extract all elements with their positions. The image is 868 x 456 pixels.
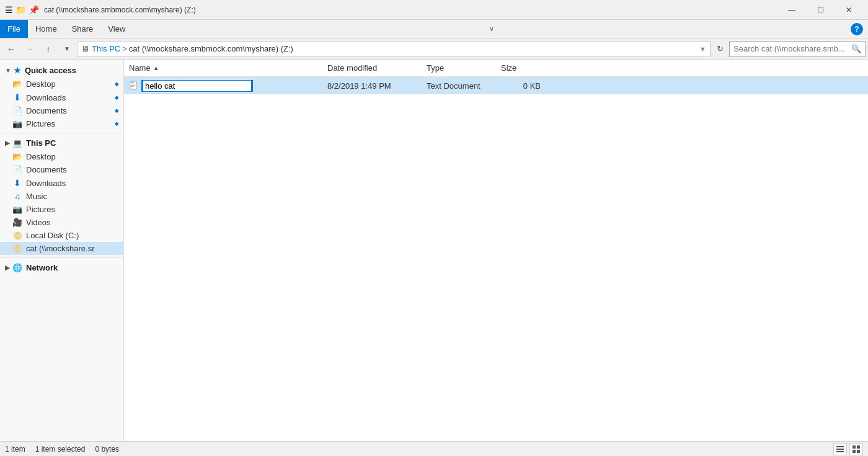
help-button[interactable]: ? <box>851 23 863 35</box>
column-name-label: Name <box>129 63 151 73</box>
expand-icon: ▼ <box>5 67 11 74</box>
svg-rect-6 <box>836 449 844 450</box>
text-file-icon <box>129 81 139 91</box>
restore-button[interactable]: ☐ <box>806 0 835 20</box>
music-icon-pc: ♫ <box>12 192 22 201</box>
column-type[interactable]: Type <box>427 63 501 73</box>
svg-rect-2 <box>131 84 135 84</box>
selected-size: 0 bytes <box>95 445 119 454</box>
file-name-cell <box>129 80 327 92</box>
sidebar-item-label: Desktop <box>26 79 56 89</box>
sidebar: ▼ ★ Quick access 📂 Desktop ■ ⬇ Downloads… <box>0 60 124 441</box>
search-input[interactable] <box>733 44 851 53</box>
sidebar-item-label: Local Disk (C:) <box>26 231 79 240</box>
svg-rect-7 <box>836 451 844 452</box>
recent-locations-button[interactable]: ▼ <box>58 40 76 58</box>
pictures-icon-pc: 📷 <box>12 205 22 214</box>
pin-icon-documents: ■ <box>113 107 120 114</box>
expand-icon-network: ▶ <box>5 264 10 271</box>
back-button[interactable]: ← <box>2 40 20 58</box>
sidebar-item-label: Desktop <box>26 152 56 161</box>
documents-icon-pc: 📄 <box>12 165 22 174</box>
sidebar-item-downloads-quick[interactable]: ⬇ Downloads ■ <box>0 91 123 104</box>
pin-icon-title: 📌 <box>29 5 39 15</box>
sidebar-item-pictures-pc[interactable]: 📷 Pictures <box>0 203 123 216</box>
sidebar-item-cat-share[interactable]: 📀 cat (\\mockshare.sr <box>0 242 123 255</box>
svg-rect-9 <box>857 445 860 449</box>
expand-icon-thispc: ▶ <box>5 140 10 146</box>
documents-icon-quick: 📄 <box>12 106 22 115</box>
sidebar-quick-access-header[interactable]: ▼ ★ Quick access <box>0 63 123 78</box>
file-type-cell: Text Document <box>427 81 501 91</box>
column-date[interactable]: Date modified <box>327 63 427 73</box>
breadcrumb-part-share[interactable]: cat (\\mockshare.smbmock.com\myshare) (Z… <box>129 44 293 53</box>
column-name[interactable]: Name ▲ <box>129 63 327 73</box>
sidebar-item-documents-pc[interactable]: 📄 Documents <box>0 163 123 176</box>
breadcrumb-part-thispc[interactable]: This PC <box>92 44 120 53</box>
up-button[interactable]: ↑ <box>40 40 57 58</box>
sidebar-this-pc-header[interactable]: ▶ 💻 This PC <box>0 136 123 150</box>
column-date-label: Date modified <box>327 63 377 73</box>
sidebar-item-label: Music <box>26 192 47 201</box>
close-button[interactable]: ✕ <box>835 0 863 20</box>
rename-input[interactable] <box>143 80 252 92</box>
sidebar-item-label: cat (\\mockshare.sr <box>26 244 95 253</box>
sidebar-item-downloads-pc[interactable]: ⬇ Downloads <box>0 176 123 190</box>
titlebar-icon-group: ☰ 📁 📌 <box>5 5 39 15</box>
view-tiles-button[interactable] <box>849 443 863 455</box>
search-icon[interactable]: 🔍 <box>851 44 861 53</box>
folder-icon-title: 📁 <box>16 5 26 15</box>
menu-view[interactable]: View <box>100 20 133 38</box>
column-type-label: Type <box>427 63 444 73</box>
sidebar-item-documents-quick[interactable]: 📄 Documents ■ <box>0 104 123 117</box>
sort-arrow-name: ▲ <box>153 65 159 71</box>
sidebar-item-desktop-quick[interactable]: 📂 Desktop ■ <box>0 78 123 91</box>
details-view-icon <box>836 445 844 454</box>
breadcrumb-part-icon: 🖥 <box>81 44 89 53</box>
sidebar-item-desktop-pc[interactable]: 📂 Desktop <box>0 150 123 163</box>
filelist-header: Name ▲ Date modified Type Size <box>124 60 868 77</box>
svg-rect-3 <box>131 85 135 86</box>
sidebar-item-label: Pictures <box>26 205 55 214</box>
column-size[interactable]: Size <box>501 63 551 73</box>
forward-button[interactable]: → <box>21 40 38 58</box>
svg-rect-4 <box>131 86 133 87</box>
this-pc-label: This PC <box>26 138 56 148</box>
sidebar-divider-1 <box>0 133 123 133</box>
sidebar-item-music-pc[interactable]: ♫ Music <box>0 190 123 203</box>
sidebar-item-label: Videos <box>26 218 51 227</box>
sidebar-item-pictures-quick[interactable]: 📷 Pictures ■ <box>0 117 123 130</box>
sidebar-network-header[interactable]: ▶ 🌐 Network <box>0 261 123 275</box>
desktop-folder-icon: 📂 <box>12 79 22 89</box>
downloads-icon-pc: ⬇ <box>12 178 22 188</box>
item-count: 1 item <box>5 445 25 454</box>
downloads-icon-quick: ⬇ <box>12 92 22 102</box>
menu-chevron[interactable]: ∨ <box>484 25 499 33</box>
search-box: 🔍 <box>729 41 866 57</box>
sidebar-item-label: Downloads <box>26 179 66 188</box>
sidebar-item-label: Documents <box>26 165 67 174</box>
pin-icon-pictures: ■ <box>113 120 120 127</box>
window-title: cat (\\mockshare.smbmock.com\myshare) (Z… <box>44 6 777 14</box>
menubar: File Home Share View ∨ ? <box>0 20 868 38</box>
refresh-button[interactable]: ↻ <box>712 41 728 57</box>
quick-access-star-icon: ★ <box>14 66 21 75</box>
breadcrumb-dropdown-icon[interactable]: ▼ <box>699 45 706 53</box>
sidebar-item-localdisk-pc[interactable]: 📀 Local Disk (C:) <box>0 229 123 242</box>
menu-home[interactable]: Home <box>28 20 64 38</box>
minimize-button[interactable]: — <box>777 0 806 20</box>
menu-file[interactable]: File <box>0 20 28 38</box>
breadcrumb-sep: > <box>122 44 127 53</box>
file-date-cell: 8/2/2019 1:49 PM <box>327 81 427 91</box>
addressbar: ← → ↑ ▼ 🖥 This PC > cat (\\mockshare.smb… <box>0 38 868 60</box>
file-row-hellocat[interactable]: 8/2/2019 1:49 PM Text Document 0 KB <box>124 77 868 94</box>
svg-rect-8 <box>852 445 856 449</box>
sidebar-item-videos-pc[interactable]: 🎥 Videos <box>0 216 123 229</box>
view-details-button[interactable] <box>833 443 847 455</box>
address-breadcrumb[interactable]: 🖥 This PC > cat (\\mockshare.smbmock.com… <box>77 41 711 57</box>
localdisk-icon-pc: 📀 <box>12 231 22 240</box>
pin-icon-downloads: ■ <box>113 94 120 101</box>
network-icon: 🌐 <box>12 263 22 272</box>
menu-share[interactable]: Share <box>64 20 101 38</box>
file-size-cell: 0 KB <box>501 81 551 91</box>
